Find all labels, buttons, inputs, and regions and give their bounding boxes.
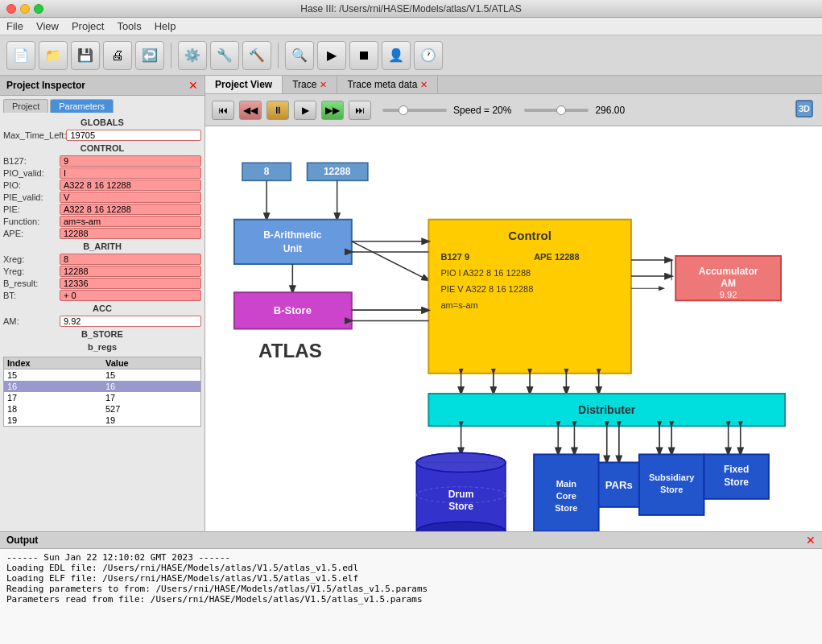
table-header: Index Value [4,357,200,369]
svg-text:Store: Store [660,485,683,494]
settings-button[interactable]: ↩️ [135,41,164,70]
inspector-close[interactable]: ✕ [188,79,198,92]
yreg-value: 12288 [60,266,201,277]
svg-rect-16 [428,220,631,374]
inspector-tabs: Project Parameters [0,96,204,113]
save-button[interactable]: 💾 [71,41,100,70]
tab-project-view[interactable]: Project View [205,76,283,93]
build-button[interactable]: ⚙️ [178,41,207,70]
run-button[interactable]: 🔧 [210,41,239,70]
main-content: Project Inspector ✕ Project Parameters G… [0,76,822,531]
rewind-button[interactable]: ⏮ [212,101,234,120]
param-yreg: Yreg: 12288 [3,266,201,277]
table-row[interactable]: 15 15 [4,369,200,381]
menu-project[interactable]: Project [72,20,104,32]
tab-trace-meta-close[interactable]: ✕ [420,80,428,90]
output-line-3: Loading ELF file: /Users/rni/HASE/Models… [6,573,816,584]
param-pie-valid: PIE_valid: V [3,192,201,203]
am-label: AM: [3,316,60,326]
fast-forward-button[interactable]: ⏭ [349,101,371,120]
svg-text:APE  12288: APE 12288 [534,252,580,262]
menubar: File View Project Tools Help [0,18,822,35]
pio-label: PIO: [3,180,60,190]
pio-value: A322 8 16 12288 [60,180,201,191]
svg-text:Fixed: Fixed [724,464,750,475]
value-slider-track[interactable] [524,109,589,112]
b-result-value: 12336 [60,278,201,289]
output-line-2: Loading EDL file: /Users/rni/HASE/Models… [6,563,816,573]
output-line-4: Reading parameters to from: /Users/rni/H… [6,584,816,594]
tab-project[interactable]: Project [3,99,48,113]
project-view: Project View Trace ✕ Trace meta data ✕ ⏮… [205,76,822,531]
table-row[interactable]: 16 16 [4,381,200,392]
value-slider-thumb[interactable] [556,105,566,115]
tabs-bar: Project View Trace ✕ Trace meta data ✕ [205,76,822,94]
acc-header: ACC [3,302,201,315]
function-label: Function: [3,217,60,226]
row-value: 527 [102,403,200,415]
step-back-button[interactable]: ◀◀ [239,101,262,120]
pause-button[interactable]: ⏸ [266,101,289,120]
pie-valid-value: V [60,192,201,203]
bt-value: + 0 [60,290,201,301]
xreg-label: Xreg: [3,254,60,264]
maximize-button[interactable] [34,4,43,14]
b-regs-label: b_regs [3,341,201,353]
table-row[interactable]: 18 527 [4,403,200,415]
row-value: 15 [102,369,200,381]
svg-text:12288: 12288 [324,166,351,177]
speed-slider-thumb[interactable] [399,105,408,115]
tab-trace-label: Trace [292,79,316,90]
step-forward-button[interactable]: ▶ [294,101,316,120]
new-button[interactable]: 📄 [6,41,35,70]
svg-text:Store: Store [724,477,749,488]
step-button[interactable]: ▶ [317,41,346,70]
tab-trace[interactable]: Trace ✕ [283,76,337,93]
trace-button[interactable]: 🔍 [285,41,314,70]
table-row[interactable]: 17 17 [4,392,200,403]
menu-view[interactable]: View [36,20,59,32]
tools-button[interactable]: 🔨 [242,41,271,70]
speed-control: Speed = 20% 296.00 [382,105,631,116]
b-arith-header: B_ARITH [3,240,201,253]
svg-text:8: 8 [264,166,270,177]
menu-help[interactable]: Help [155,20,176,32]
speed-slider-track[interactable] [382,109,447,112]
close-button[interactable] [6,4,16,14]
clock-button[interactable]: 🕐 [414,41,443,70]
menu-file[interactable]: File [6,20,23,32]
diagram-svg: ATLAS 8 12288 B-Arithmetic Unit [205,126,822,531]
col-index: Index [4,357,102,369]
traffic-lights [6,4,43,14]
open-button[interactable]: 📁 [39,41,68,70]
pie-value: A322 8 16 12288 [60,204,201,215]
tab-parameters[interactable]: Parameters [50,99,114,113]
diagram-canvas: ATLAS 8 12288 B-Arithmetic Unit [205,126,822,531]
menu-tools[interactable]: Tools [117,20,141,32]
stop-button[interactable]: ⏹ [349,41,378,70]
row-value: 17 [102,392,200,403]
play-button[interactable]: ▶▶ [321,101,344,120]
svg-text:Accumulator: Accumulator [699,266,758,277]
output-line-1: ------ Sun Jan 22 12:10:02 GMT 2023 ----… [6,552,816,563]
3d-icon[interactable]: 3D [793,97,816,122]
playback-value: 296.00 [595,105,625,116]
tab-trace-meta[interactable]: Trace meta data ✕ [337,76,438,93]
svg-text:Unit: Unit [283,243,302,254]
tab-project-view-label: Project View [215,79,272,90]
svg-text:9.92: 9.92 [720,290,737,299]
svg-text:Store: Store [555,503,577,513]
titlebar: Hase III: /Users/rni/HASE/Models/atlas/V… [0,0,822,18]
print-button[interactable]: 🖨 [103,41,132,70]
tab-trace-close[interactable]: ✕ [320,80,327,90]
person-button[interactable]: 👤 [382,41,411,70]
minimize-button[interactable] [20,4,30,14]
table-row[interactable]: 19 19 [4,415,200,426]
output-close[interactable]: ✕ [806,534,816,547]
param-function: Function: am=s-am [3,216,201,227]
svg-text:AM: AM [721,278,736,289]
b-regs-table: Index Value 15 15 16 16 17 17 18 527 [3,357,201,427]
svg-text:Distributer: Distributer [578,403,636,416]
svg-text:Subsidiary: Subsidiary [649,473,695,482]
b127-label: B127: [3,156,60,166]
